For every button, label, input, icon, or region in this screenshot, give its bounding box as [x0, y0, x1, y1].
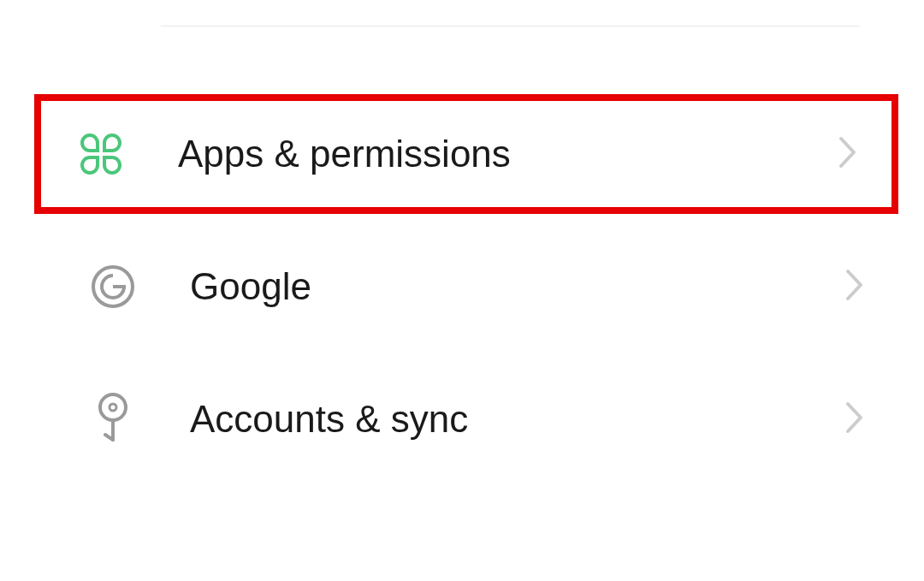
settings-item-label: Apps & permissions	[178, 133, 838, 175]
google-icon	[87, 261, 139, 312]
divider	[161, 26, 860, 27]
key-icon	[87, 394, 139, 445]
svg-point-2	[100, 394, 126, 420]
settings-item-google[interactable]: Google	[53, 227, 898, 347]
chevron-right-icon	[845, 401, 864, 437]
chevron-right-icon	[838, 136, 857, 172]
settings-item-accounts-sync[interactable]: Accounts & sync	[53, 359, 898, 479]
settings-item-label: Accounts & sync	[190, 398, 845, 441]
svg-point-3	[110, 404, 116, 411]
chevron-right-icon	[845, 269, 864, 305]
settings-item-apps-permissions[interactable]: Apps & permissions	[34, 94, 898, 214]
clover-icon	[75, 128, 127, 180]
settings-item-label: Google	[190, 265, 845, 308]
